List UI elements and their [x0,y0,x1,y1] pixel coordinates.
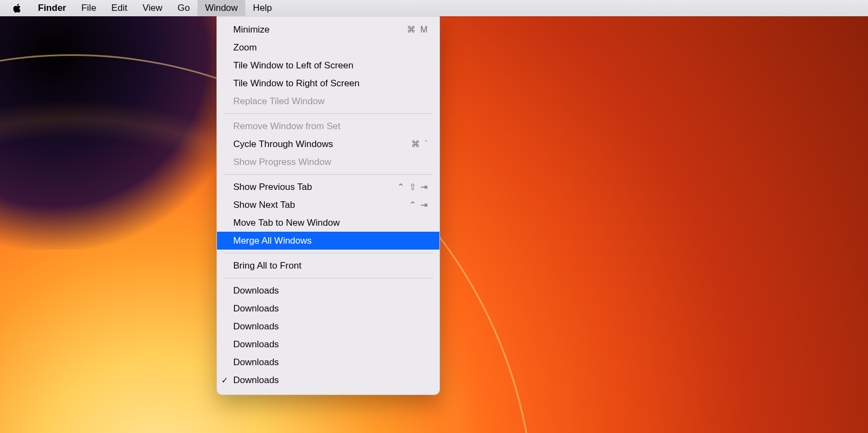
menu-item-label: Move Tab to New Window [233,218,391,228]
menu-item-window-downloads[interactable]: Downloads [217,300,439,317]
window-menu-dropdown: Minimize ⌘ M Zoom Tile Window to Left of… [216,16,440,395]
menubar-item-view[interactable]: View [135,0,170,16]
menu-item-window-downloads[interactable]: Downloads [217,317,439,335]
menubar-item-go[interactable]: Go [170,0,197,16]
menu-separator [224,113,433,114]
menu-item-window-downloads-active[interactable]: ✓ Downloads [217,371,439,389]
menu-item-tile-left[interactable]: Tile Window to Left of Screen [217,56,439,74]
menu-separator [224,174,433,175]
menu-item-label: Downloads [233,285,429,296]
menubar: Finder File Edit View Go Window Help [0,0,868,16]
apple-menu-icon[interactable] [12,3,23,14]
menu-item-bring-all-front[interactable]: Bring All to Front [217,257,439,275]
menu-separator [224,278,433,278]
menu-item-remove-from-set: Remove Window from Set [217,117,439,135]
menu-item-label: Downloads [233,303,429,314]
menu-item-shortcut: ⌃ ⇥ [391,200,429,210]
menubar-item-window[interactable]: Window [197,0,245,16]
menu-item-tile-right[interactable]: Tile Window to Right of Screen [217,74,439,92]
menu-item-label: Show Next Tab [233,200,391,211]
menubar-item-help[interactable]: Help [245,0,279,16]
menu-separator [224,253,433,253]
menu-item-show-next-tab[interactable]: Show Next Tab ⌃ ⇥ [217,196,439,214]
menu-item-window-downloads[interactable]: Downloads [217,335,439,353]
menu-item-label: Zoom [233,42,391,53]
menubar-app-name[interactable]: Finder [30,0,74,16]
menu-item-shortcut: ⌘ M [391,24,429,35]
menu-item-zoom[interactable]: Zoom [217,39,439,56]
menu-item-label: Tile Window to Right of Screen [233,78,391,89]
menubar-item-edit[interactable]: Edit [104,0,135,16]
menubar-item-file[interactable]: File [74,0,104,16]
menu-item-label: Show Progress Window [233,157,391,168]
desktop-background: Finder File Edit View Go Window Help Min… [0,0,868,433]
menu-item-label: Replace Tiled Window [233,96,391,107]
menu-item-shortcut: ⌘ ` [391,139,429,149]
menu-item-label: Merge All Windows [233,235,391,246]
menu-item-label: Show Previous Tab [233,182,391,193]
menu-item-move-tab-new-window[interactable]: Move Tab to New Window [217,214,439,232]
menu-item-label: Minimize [233,24,391,35]
menu-item-merge-all-windows[interactable]: Merge All Windows [217,232,439,250]
menu-item-label: Downloads [233,375,429,386]
menu-item-show-prev-tab[interactable]: Show Previous Tab ⌃ ⇧ ⇥ [217,178,439,196]
menu-item-label: Tile Window to Left of Screen [233,60,391,71]
menu-item-label: Remove Window from Set [233,121,391,132]
menu-item-window-downloads[interactable]: Downloads [217,282,439,300]
menu-item-label: Bring All to Front [233,260,391,271]
menu-item-shortcut: ⌃ ⇧ ⇥ [391,182,429,192]
menu-item-minimize[interactable]: Minimize ⌘ M [217,21,439,39]
menu-item-label: Downloads [233,321,429,332]
menu-item-label: Downloads [233,339,429,350]
menu-item-cycle-windows[interactable]: Cycle Through Windows ⌘ ` [217,135,439,153]
menu-item-replace-tiled: Replace Tiled Window [217,92,439,110]
menu-item-label: Cycle Through Windows [233,139,391,150]
checkmark-icon: ✓ [221,375,228,385]
menu-item-show-progress: Show Progress Window [217,153,439,171]
menu-item-window-downloads[interactable]: Downloads [217,353,439,371]
menu-item-label: Downloads [233,357,429,368]
